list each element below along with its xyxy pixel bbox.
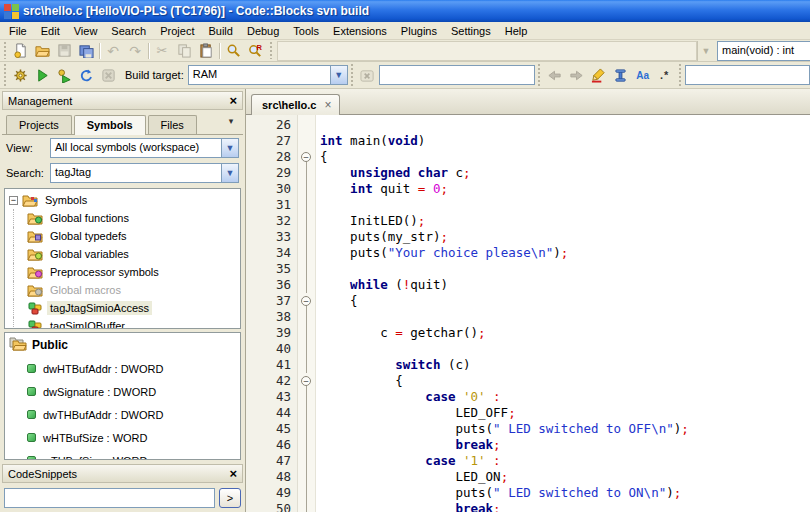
compile-icon[interactable] — [9, 65, 31, 85]
toolbar-grip[interactable] — [678, 64, 683, 86]
close-icon[interactable]: × — [229, 94, 237, 107]
code-line-32[interactable]: InitLED(); — [320, 213, 810, 229]
codesnippets-search-input[interactable] — [4, 488, 215, 508]
member-wthbufsize[interactable]: wTHBufSize : WORD — [9, 449, 236, 460]
redo-icon[interactable]: ↷ — [124, 41, 146, 61]
code-line-37[interactable]: { — [320, 293, 810, 309]
code-line-31[interactable] — [320, 197, 810, 213]
editor-tab-hello-c[interactable]: src\hello.c × — [251, 94, 340, 115]
regex-icon[interactable]: .* — [654, 65, 676, 85]
tree-item-global-macros[interactable]: Global macros — [5, 281, 240, 299]
tree-item-tagjtagsimioaccess[interactable]: tagJtagSimioAccess — [5, 299, 240, 317]
menu-file[interactable]: File — [2, 23, 34, 39]
code-line-50[interactable]: break; — [320, 501, 810, 512]
code-line-35[interactable] — [320, 261, 810, 277]
menu-debug[interactable]: Debug — [240, 23, 286, 39]
code-line-43[interactable]: case '0' : — [320, 389, 810, 405]
tree-item-global-typedefs[interactable]: Global typedefs — [5, 227, 240, 245]
symbol-search-combo[interactable]: tagJtag ▼ — [50, 163, 239, 183]
code-line-33[interactable]: puts(my_str); — [320, 229, 810, 245]
code-line-42[interactable]: { — [320, 373, 810, 389]
codesnippets-go-button[interactable]: > — [219, 488, 241, 508]
code-pane[interactable]: int main(void){ unsigned char c; int qui… — [316, 115, 810, 512]
fold-marker[interactable]: − — [298, 149, 315, 165]
toolbar-grip[interactable] — [350, 64, 355, 86]
fold-margin[interactable]: −−− — [298, 115, 316, 512]
menu-build[interactable]: Build — [201, 23, 239, 39]
menu-project[interactable]: Project — [153, 23, 201, 39]
code-line-28[interactable]: { — [320, 149, 810, 165]
save-all-icon[interactable] — [75, 41, 97, 61]
menu-edit[interactable]: Edit — [34, 23, 67, 39]
open-file-icon[interactable] — [31, 41, 53, 61]
member-whtbufsize[interactable]: wHTBufSize : WORD — [9, 426, 236, 449]
run-icon[interactable] — [31, 65, 53, 85]
tab-files[interactable]: Files — [148, 115, 197, 134]
menu-help[interactable]: Help — [498, 23, 535, 39]
fold-marker[interactable]: − — [298, 293, 315, 309]
code-line-46[interactable]: break; — [320, 437, 810, 453]
view-combo[interactable]: All local symbols (workspace) ▼ — [50, 138, 239, 158]
menu-extensions[interactable]: Extensions — [326, 23, 394, 39]
member-dwsignature[interactable]: dwSignature : DWORD — [9, 380, 236, 403]
clear-incsearch-button[interactable] — [357, 65, 379, 85]
selected-only-icon[interactable] — [610, 65, 632, 85]
tab-projects[interactable]: Projects — [6, 115, 72, 134]
symbol-scope-combo[interactable] — [277, 41, 697, 61]
code-line-48[interactable]: LED_ON; — [320, 469, 810, 485]
menu-search[interactable]: Search — [104, 23, 153, 39]
code-line-27[interactable]: int main(void) — [320, 133, 810, 149]
secondary-search-input[interactable] — [685, 65, 810, 85]
collapse-icon[interactable]: − — [9, 196, 18, 205]
menu-view[interactable]: View — [67, 23, 105, 39]
tree-item-tagsimiobuffer[interactable]: tagSimIOBuffer — [5, 317, 240, 329]
toolbar-grip[interactable] — [537, 64, 542, 86]
fold-marker[interactable]: − — [298, 373, 315, 389]
code-line-40[interactable] — [320, 341, 810, 357]
close-icon[interactable]: × — [229, 467, 237, 480]
member-dwthbufaddr[interactable]: dwTHBufAddr : DWORD — [9, 403, 236, 426]
tree-item-preprocessor-symbols[interactable]: Preprocessor symbols — [5, 263, 240, 281]
code-line-38[interactable] — [320, 309, 810, 325]
paste-icon[interactable] — [195, 41, 217, 61]
code-line-41[interactable]: switch (c) — [320, 357, 810, 373]
find-icon[interactable] — [222, 41, 244, 61]
tree-item-global-functions[interactable]: Global functions — [5, 209, 240, 227]
menu-settings[interactable]: Settings — [444, 23, 498, 39]
replace-icon[interactable]: R — [244, 41, 266, 61]
code-line-47[interactable]: case '1' : — [320, 453, 810, 469]
symbol-scope-dropdown[interactable]: ▼ — [697, 41, 717, 61]
build-target-combo[interactable]: RAM ▼ — [188, 65, 348, 85]
next-icon[interactable] — [566, 65, 588, 85]
toolbar-grip[interactable] — [2, 64, 7, 86]
toolbar-grip[interactable] — [268, 42, 273, 59]
rebuild-icon[interactable] — [75, 65, 97, 85]
tree-root-symbols[interactable]: − Symbols — [5, 191, 240, 209]
build-run-icon[interactable] — [53, 65, 75, 85]
editor-body[interactable]: 2627282930313233343536373839404142434445… — [246, 115, 810, 512]
abort-icon[interactable] — [97, 65, 119, 85]
match-case-icon[interactable]: Aa — [632, 65, 654, 85]
highlight-icon[interactable] — [588, 65, 610, 85]
new-file-icon[interactable] — [9, 41, 31, 61]
prev-icon[interactable] — [544, 65, 566, 85]
code-line-26[interactable] — [320, 117, 810, 133]
menu-tools[interactable]: Tools — [286, 23, 326, 39]
code-line-34[interactable]: puts("Your choice please\n"); — [320, 245, 810, 261]
incremental-search-input[interactable] — [379, 65, 535, 85]
tree-item-global-variables[interactable]: Global variables — [5, 245, 240, 263]
code-line-49[interactable]: puts(" LED switched to ON\n"); — [320, 485, 810, 501]
menu-plugins[interactable]: Plugins — [394, 23, 444, 39]
close-icon[interactable]: × — [324, 99, 331, 111]
symbol-browser-combo[interactable]: main(void) : int — [717, 41, 810, 61]
save-icon[interactable] — [53, 41, 75, 61]
member-dwhtbufaddr[interactable]: dwHTBufAddr : DWORD — [9, 357, 236, 380]
copy-icon[interactable] — [173, 41, 195, 61]
tab-list-dropdown[interactable]: ▾ — [223, 114, 239, 129]
code-line-39[interactable]: c = getchar(); — [320, 325, 810, 341]
code-line-44[interactable]: LED_OFF; — [320, 405, 810, 421]
tab-symbols[interactable]: Symbols — [74, 115, 146, 135]
toolbar-grip[interactable] — [2, 42, 7, 59]
code-line-29[interactable]: unsigned char c; — [320, 165, 810, 181]
code-line-36[interactable]: while (!quit) — [320, 277, 810, 293]
